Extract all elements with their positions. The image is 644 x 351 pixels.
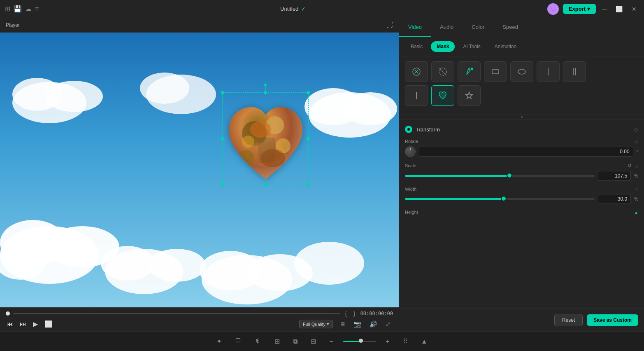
mic-icon[interactable]: 🎙	[251, 336, 265, 347]
rotate-value-input[interactable]: 0.00	[419, 147, 633, 157]
grid-view-icon[interactable]: ⠿	[400, 336, 411, 347]
volume-icon[interactable]: 🔊	[367, 320, 379, 329]
right-panel: Video Audio Color Speed Basic Mask AI To…	[399, 18, 644, 331]
save-icon[interactable]: 💾	[14, 5, 22, 13]
oval-mask-button[interactable]	[510, 61, 533, 82]
height-keyframe-icon[interactable]: ▲	[634, 210, 638, 215]
bottom-action-bar: Reset Save as Custom	[399, 309, 644, 331]
svg-point-33	[471, 68, 473, 70]
tab-video[interactable]: Video	[399, 18, 431, 37]
single-line-button[interactable]	[405, 85, 428, 106]
main-layout: Player ⛶	[0, 18, 644, 331]
circle-mask-button[interactable]	[431, 61, 454, 82]
export-button[interactable]: Export ▾	[563, 4, 596, 14]
scale-keyframe-icon[interactable]: ◇	[635, 164, 638, 168]
mask-tools-row-1	[405, 61, 638, 82]
transform-section-header[interactable]: Transform ◇	[405, 126, 638, 133]
zoom-in-button[interactable]: +	[383, 336, 393, 347]
line-mask1-button[interactable]	[537, 61, 560, 82]
zoom-thumb[interactable]	[359, 339, 363, 343]
svg-point-36	[518, 69, 525, 74]
scale-value-input[interactable]: 107.5	[598, 171, 631, 181]
scale-slider-thumb[interactable]	[507, 173, 512, 178]
maximize-button[interactable]: ⬜	[613, 5, 625, 13]
rotate-keyframe-icon[interactable]: ◇	[635, 139, 638, 144]
monitor-icon[interactable]: 🖥	[337, 320, 347, 328]
crop-icon[interactable]: ⧉	[290, 336, 301, 347]
star-mask-button[interactable]	[458, 85, 481, 106]
progress-track[interactable]	[13, 313, 340, 314]
cloud-icon[interactable]: ☁	[25, 5, 32, 13]
svg-line-34	[470, 70, 472, 71]
transform-keyframe-icon[interactable]: ◇	[634, 126, 638, 133]
rotate-dial[interactable]	[405, 146, 416, 157]
heart-image-container[interactable]	[226, 101, 306, 187]
scale-reset-icon[interactable]: ↺	[628, 163, 632, 168]
video-canvas[interactable]	[0, 33, 399, 307]
width-slider-track[interactable]	[405, 198, 595, 200]
svg-point-6	[344, 92, 397, 125]
reverse-mask-button[interactable]	[405, 61, 428, 82]
bottom-toolbar: ✦ ⛉ 🎙 ⊞ ⧉ ⊟ − + ⠿ ▲	[0, 331, 644, 351]
pen-mask-button[interactable]	[458, 61, 481, 82]
rotate-property: Rotate ◇ 0.00 °	[405, 139, 638, 157]
scale-unit: %	[634, 173, 638, 178]
fullscreen-icon[interactable]: ⤢	[384, 320, 393, 329]
sun-effects-icon[interactable]: ✦	[213, 336, 225, 347]
main-tab-bar: Video Audio Color Speed	[399, 18, 644, 37]
stop-button[interactable]: ⬜	[44, 319, 53, 329]
minimize-button[interactable]: ─	[600, 5, 609, 13]
sub-tab-ai-tools[interactable]: AI Tools	[457, 41, 486, 52]
properties-panel: Transform ◇ Rotate ◇ 0.00 ° Scale	[399, 120, 644, 309]
sub-tab-basic[interactable]: Basic	[405, 41, 428, 52]
caption-icon[interactable]: ⊟	[307, 336, 319, 347]
width-keyframe-icon[interactable]: ◇	[635, 187, 638, 192]
mark-in-button[interactable]: {	[343, 310, 349, 317]
svg-point-9	[45, 81, 103, 112]
time-display: 00:00:00:00	[360, 311, 393, 316]
quality-button[interactable]: Full Quality ▾	[299, 320, 333, 328]
progress-dot[interactable]	[6, 311, 10, 316]
expand-player-icon[interactable]: ⛶	[386, 21, 393, 29]
project-title: Untitled	[280, 6, 298, 12]
svg-point-41	[407, 128, 410, 131]
sub-tab-animation[interactable]: Animation	[489, 41, 522, 52]
scale-slider-track[interactable]	[405, 175, 595, 177]
layers-icon[interactable]: ⊞	[271, 336, 283, 347]
width-property: Width ◇ 30.0 %	[405, 187, 638, 204]
svg-point-11	[140, 73, 189, 104]
line-mask2-button[interactable]	[563, 61, 586, 82]
mask-tools-panel	[399, 56, 644, 115]
control-row: ⏮ ⏭ ▶ ⬜ Full Quality ▾ 🖥 📷 🔊 ⤢	[6, 319, 393, 329]
tab-speed[interactable]: Speed	[493, 18, 527, 37]
titlebar: ⊞ 💾 ☁ ≡ Untitled ✓ U Export ▾ ─ ⬜ ✕	[0, 0, 644, 18]
mark-out-button[interactable]: }	[352, 310, 357, 317]
shield-icon[interactable]: ⛉	[232, 336, 245, 347]
heart-mask-button[interactable]	[431, 85, 454, 106]
timeline-expand-icon[interactable]: ▲	[418, 336, 431, 347]
skip-back-button[interactable]: ⏮	[6, 320, 14, 329]
player-header: Player ⛶	[0, 18, 399, 33]
close-button[interactable]: ✕	[629, 5, 639, 13]
sub-tab-mask[interactable]: Mask	[431, 41, 455, 52]
screenshot-icon[interactable]: 📷	[351, 320, 363, 329]
rectangle-mask-button[interactable]	[484, 61, 507, 82]
tab-audio[interactable]: Audio	[431, 18, 463, 37]
zoom-out-button[interactable]: −	[326, 336, 336, 347]
menu-icon[interactable]: ≡	[35, 5, 39, 13]
frame-back-button[interactable]: ⏭	[19, 320, 27, 329]
transform-title: Transform	[405, 126, 440, 133]
width-slider-thumb[interactable]	[501, 196, 507, 201]
tab-color[interactable]: Color	[463, 18, 493, 37]
heart-mask-image	[226, 101, 306, 187]
layout-icon[interactable]: ⊞	[5, 5, 10, 13]
play-button[interactable]: ▶	[32, 319, 39, 329]
user-avatar[interactable]: U	[547, 3, 559, 15]
sub-tab-bar: Basic Mask AI Tools Animation	[399, 37, 644, 56]
reset-button[interactable]: Reset	[554, 314, 583, 326]
rotate-unit: °	[637, 149, 638, 154]
save-as-custom-button[interactable]: Save as Custom	[587, 314, 638, 326]
zoom-track[interactable]	[343, 341, 376, 342]
svg-point-30	[242, 136, 254, 148]
width-value-input[interactable]: 30.0	[598, 194, 631, 204]
